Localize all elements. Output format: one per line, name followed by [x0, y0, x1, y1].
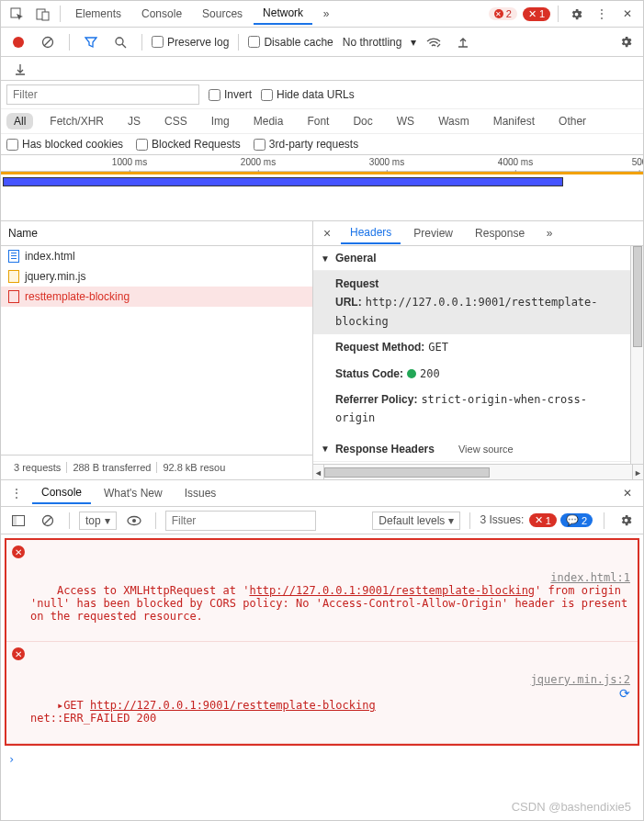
detail-tab-preview[interactable]: Preview [404, 223, 462, 243]
error-count-soft[interactable]: ✕2 [489, 7, 517, 20]
name-column-header[interactable]: Name [1, 221, 312, 246]
search-icon[interactable] [108, 30, 132, 54]
filter-toggle-icon[interactable] [79, 30, 103, 54]
console-error-message[interactable]: ✕ index.html:1 Access to XMLHttpRequest … [6, 540, 638, 642]
device-toolbar-icon[interactable] [30, 2, 54, 26]
kebab-menu-icon[interactable]: ⋮ [590, 2, 614, 26]
detail-tab-response[interactable]: Response [466, 223, 534, 243]
request-row-selected[interactable]: resttemplate-blocking [1, 287, 312, 307]
third-party-checkbox[interactable]: 3rd-party requests [254, 138, 358, 151]
type-ws[interactable]: WS [390, 113, 422, 129]
request-method: Request Method:GET [313, 334, 630, 360]
svg-line-6 [122, 44, 126, 48]
section-response-headers[interactable]: ▼Response HeadersView source [313, 437, 630, 462]
svg-line-11 [44, 517, 51, 524]
detail-horizontal-scrollbar[interactable]: ◄► [313, 464, 643, 479]
ruler-mark: 4000 ms [498, 157, 533, 167]
inspect-element-icon[interactable] [5, 2, 28, 26]
type-wasm[interactable]: Wasm [431, 113, 477, 129]
ruler-mark: 2000 ms [241, 157, 276, 167]
type-fetch[interactable]: Fetch/XHR [42, 113, 111, 129]
type-js[interactable]: JS [120, 113, 148, 129]
clear-console-icon[interactable] [36, 509, 60, 533]
watermark: CSDN @bashendixie5 [512, 800, 631, 814]
xhr-icon [8, 290, 19, 303]
issues-label[interactable]: 3 Issues: ✕ 1💬 2 [480, 513, 594, 527]
tab-console[interactable]: Console [132, 4, 191, 24]
type-all[interactable]: All [6, 113, 33, 129]
type-media[interactable]: Media [246, 113, 291, 129]
live-expression-icon[interactable] [122, 509, 146, 533]
drawer-tab-bar: ⋮ Console What's New Issues ✕ [1, 480, 643, 507]
drawer-tab-whatsnew[interactable]: What's New [95, 483, 172, 503]
invert-checkbox[interactable]: Invert [209, 88, 252, 101]
ruler-mark: 3000 ms [369, 157, 404, 167]
detail-vertical-scrollbar[interactable] [630, 246, 643, 464]
download-row [1, 57, 643, 81]
preserve-log-checkbox[interactable]: Preserve log [152, 36, 229, 49]
timeline-bar [3, 177, 563, 186]
detail-tab-headers[interactable]: Headers [341, 222, 401, 244]
blocked-requests-checkbox[interactable]: Blocked Requests [136, 138, 241, 151]
console-settings-icon[interactable] [614, 509, 638, 533]
status-code: Status Code:200 [313, 361, 630, 387]
clear-button[interactable] [36, 30, 60, 54]
drawer-menu-icon[interactable]: ⋮ [5, 481, 28, 505]
retry-icon[interactable]: ⟳ [619, 686, 630, 701]
close-devtools-icon[interactable]: ✕ [616, 2, 639, 26]
settings-icon[interactable] [564, 2, 588, 26]
request-row[interactable]: index.html [1, 246, 312, 266]
throttling-select[interactable]: No throttling ▾ [343, 36, 417, 49]
section-general[interactable]: ▼General [313, 246, 630, 271]
tab-elements[interactable]: Elements [66, 4, 130, 24]
timeline-overview[interactable]: 1000 ms 2000 ms 3000 ms 4000 ms 500 [1, 155, 643, 221]
log-levels-selector[interactable]: Default levels▾ [372, 512, 460, 530]
console-messages: ✕ index.html:1 Access to XMLHttpRequest … [5, 538, 639, 746]
status-dot-icon [407, 369, 416, 378]
network-conditions-icon[interactable] [422, 30, 446, 54]
console-prompt[interactable]: › [1, 749, 643, 770]
error-count-hard[interactable]: ✕ 1 [523, 7, 550, 21]
close-drawer-icon[interactable]: ✕ [616, 481, 639, 505]
filter-input[interactable] [6, 84, 199, 105]
record-button[interactable] [6, 30, 30, 54]
drawer-tab-console[interactable]: Console [32, 482, 91, 504]
source-link[interactable]: index.html:1 [550, 571, 630, 584]
network-toolbar: Preserve log Disable cache No throttling… [1, 28, 643, 57]
type-img[interactable]: Img [204, 113, 237, 129]
console-error-message[interactable]: ✕ jquery.min.js:2 ⟳ ▸GET http://127.0.0.… [6, 642, 638, 744]
type-font[interactable]: Font [299, 113, 336, 129]
export-har-icon[interactable] [8, 57, 32, 81]
request-row[interactable]: jquery.min.js [1, 266, 312, 287]
hide-data-urls-checkbox[interactable]: Hide data URLs [261, 88, 355, 101]
script-icon [8, 270, 19, 283]
tab-network[interactable]: Network [254, 3, 312, 25]
resource-type-bar: All Fetch/XHR JS CSS Img Media Font Doc … [1, 109, 643, 134]
view-source-link[interactable]: View source [458, 444, 514, 455]
type-doc[interactable]: Doc [345, 113, 379, 129]
type-css[interactable]: CSS [157, 113, 195, 129]
console-sidebar-icon[interactable] [6, 509, 30, 533]
network-settings-icon[interactable] [614, 30, 638, 54]
svg-point-5 [116, 38, 123, 45]
type-other[interactable]: Other [551, 113, 593, 129]
source-link[interactable]: jquery.min.js:2 [531, 673, 630, 686]
network-summary: 3 requests 288 B transferred 92.8 kB res… [1, 455, 312, 479]
blocked-cookies-checkbox[interactable]: Has blocked cookies [6, 138, 123, 151]
more-detail-tabs-icon[interactable]: » [537, 221, 561, 245]
more-tabs-icon[interactable]: » [314, 2, 338, 26]
drawer-tab-issues[interactable]: Issues [175, 483, 226, 503]
extra-filters: Has blocked cookies Blocked Requests 3rd… [1, 134, 643, 155]
context-selector[interactable]: top▾ [79, 512, 117, 530]
svg-rect-2 [42, 12, 49, 20]
main-tab-bar: Elements Console Sources Network » ✕2 ✕ … [1, 1, 643, 28]
tab-sources[interactable]: Sources [193, 4, 252, 24]
close-detail-icon[interactable]: × [317, 226, 337, 241]
import-har-icon[interactable] [451, 30, 475, 54]
error-icon: ✕ [12, 647, 25, 660]
disable-cache-checkbox[interactable]: Disable cache [248, 36, 333, 49]
console-filter-input[interactable] [165, 511, 316, 531]
document-icon [8, 250, 19, 263]
type-manifest[interactable]: Manifest [486, 113, 542, 129]
console-toolbar: top▾ Default levels▾ 3 Issues: ✕ 1💬 2 [1, 507, 643, 534]
